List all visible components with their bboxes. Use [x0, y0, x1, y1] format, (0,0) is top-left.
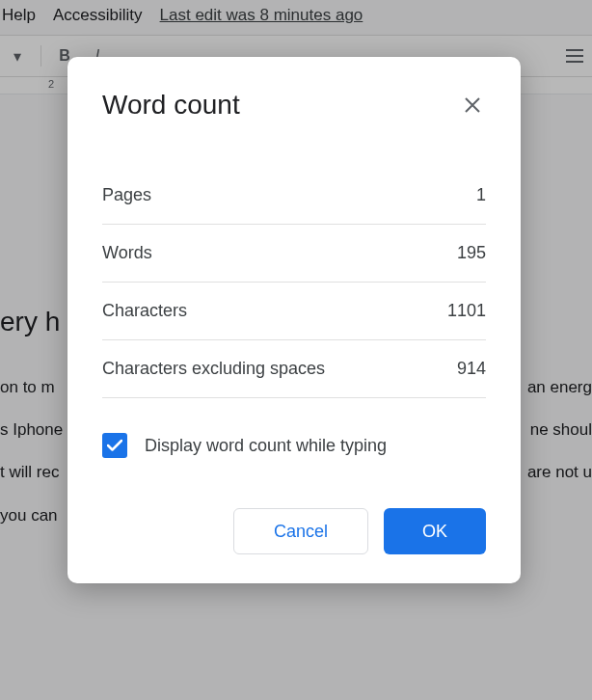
stat-value: 1	[476, 185, 486, 205]
stat-row-characters-no-spaces: Characters excluding spaces 914	[102, 340, 486, 398]
option-label: Display word count while typing	[145, 436, 387, 456]
stat-row-characters: Characters 1101	[102, 283, 486, 340]
stat-value: 1101	[447, 301, 486, 321]
checkbox-checked-icon[interactable]	[102, 433, 127, 458]
dialog-header: Word count	[102, 90, 486, 121]
stat-value: 195	[457, 243, 486, 263]
display-while-typing-option[interactable]: Display word count while typing	[102, 433, 486, 458]
cancel-button[interactable]: Cancel	[233, 508, 368, 554]
dialog-footer: Cancel OK	[102, 508, 486, 554]
close-icon[interactable]	[459, 92, 486, 119]
stat-label: Characters excluding spaces	[102, 359, 325, 379]
stat-value: 914	[457, 359, 486, 379]
stat-label: Words	[102, 243, 152, 263]
stat-row-words: Words 195	[102, 225, 486, 283]
stat-label: Characters	[102, 301, 187, 321]
stat-label: Pages	[102, 185, 151, 205]
dialog-title: Word count	[102, 90, 240, 121]
ok-button[interactable]: OK	[384, 508, 486, 554]
stat-row-pages: Pages 1	[102, 167, 486, 225]
word-count-dialog: Word count Pages 1 Words 195 Characters …	[67, 57, 521, 583]
